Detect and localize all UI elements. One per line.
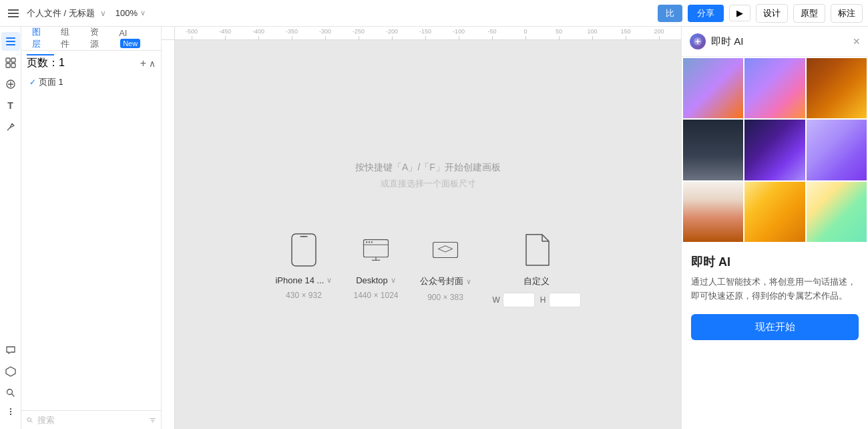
- ai-panel: 即时 AI × 即时 AI 通过人工智能技术，将创意用一句话描述，即可快速还原，…: [681, 27, 868, 429]
- iphone-label-text: iPhone 14 ...: [275, 275, 324, 285]
- iphone-icon: [287, 230, 320, 270]
- sidebar-item-layers[interactable]: [1, 32, 20, 51]
- ai-image-2[interactable]: [807, 58, 867, 118]
- pages-actions: + ∧: [140, 57, 156, 69]
- filter-icon[interactable]: [150, 416, 156, 425]
- wechat-label: 公众号封面 ∨: [420, 275, 471, 287]
- desktop-icon: [359, 230, 393, 270]
- ai-info-desc: 通过人工智能技术，将创意用一句话描述，即可快速还原，得到你的专属艺术作品。: [691, 275, 859, 303]
- desktop-label-text: Desktop: [356, 275, 388, 285]
- page-name: 页面 1: [39, 76, 63, 88]
- iphone-size: 430 × 932: [286, 291, 322, 300]
- iphone-label: iPhone 14 ... ∨: [275, 275, 332, 285]
- svg-point-11: [9, 411, 11, 412]
- svg-rect-6: [11, 63, 15, 67]
- desktop-arrow[interactable]: ∨: [391, 276, 396, 285]
- ai-image-4[interactable]: [744, 120, 805, 180]
- svg-rect-2: [6, 44, 15, 45]
- custom-label: 自定义: [523, 275, 550, 287]
- left-panel: 图层 组件 资源 AI New 页数：1 + ∧ ✓ 页面 1: [21, 27, 162, 429]
- collapse-pages-button[interactable]: ∧: [149, 58, 156, 69]
- custom-width-input[interactable]: [503, 293, 535, 307]
- svg-point-20: [366, 241, 367, 243]
- ai-image-8[interactable]: [807, 182, 867, 242]
- ai-panel-header: 即时 AI ×: [682, 27, 868, 57]
- sidebar-item-text[interactable]: T: [1, 96, 20, 115]
- canvas-area[interactable]: // Will be rendered via template 按快捷键「A」…: [162, 27, 681, 429]
- search-input[interactable]: [37, 415, 150, 425]
- topbar-left: 个人文件 / 无标题 ∨ 100% ∨: [5, 5, 652, 21]
- svg-point-12: [9, 414, 11, 415]
- svg-rect-4: [11, 58, 15, 62]
- topbar-right: 比 分享 ▶ 设计 原型 标注: [658, 4, 863, 23]
- wechat-size: 900 × 383: [427, 293, 463, 302]
- search-icon: [27, 416, 33, 425]
- svg-rect-14: [150, 418, 155, 419]
- pages-label: 页数：1: [27, 56, 65, 70]
- design-button[interactable]: 设计: [756, 4, 788, 23]
- sidebar: T: [0, 27, 21, 429]
- iphone-arrow[interactable]: ∨: [327, 276, 332, 285]
- share-button[interactable]: 分享: [688, 5, 724, 22]
- template-iphone[interactable]: iPhone 14 ... ∨ 430 × 932: [275, 230, 332, 300]
- sidebar-item-components[interactable]: [1, 53, 20, 72]
- canvas-content: 按快捷键「A」/「F」开始创建画板 或直接选择一个面板尺寸 iPhone 14 …: [175, 40, 681, 429]
- svg-rect-17: [292, 234, 316, 266]
- svg-rect-3: [6, 58, 10, 62]
- svg-point-18: [303, 236, 304, 237]
- play-button[interactable]: ▶: [729, 5, 750, 21]
- ai-info-title: 即时 AI: [691, 254, 859, 270]
- svg-point-9: [7, 390, 12, 395]
- hint-main: 按快捷键「A」/「F」开始创建画板: [355, 162, 501, 174]
- custom-icon: [520, 230, 554, 270]
- add-page-button[interactable]: +: [140, 57, 146, 69]
- sidebar-item-assets[interactable]: [1, 75, 20, 94]
- desktop-label: Desktop ∨: [356, 275, 396, 285]
- wechat-arrow[interactable]: ∨: [466, 277, 471, 286]
- svg-point-13: [27, 418, 31, 421]
- hint-sub: 或直接选择一个面板尺寸: [355, 178, 501, 190]
- page-item-1[interactable]: ✓ 页面 1: [27, 74, 156, 90]
- compare-button[interactable]: 比: [658, 5, 682, 22]
- breadcrumb[interactable]: 个人文件 / 无标题: [27, 7, 95, 19]
- zoom-arrow: ∨: [140, 9, 146, 17]
- ai-image-5[interactable]: [807, 120, 867, 180]
- svg-rect-15: [151, 420, 154, 420]
- svg-marker-8: [6, 367, 15, 376]
- pages-header: 页数：1 + ∧: [27, 56, 156, 70]
- ai-image-1[interactable]: [744, 58, 805, 118]
- ai-image-3[interactable]: [683, 120, 743, 180]
- sidebar-item-more[interactable]: [1, 405, 20, 424]
- custom-h: H: [540, 293, 581, 307]
- svg-point-10: [9, 408, 11, 410]
- svg-rect-0: [6, 37, 15, 39]
- template-desktop[interactable]: Desktop ∨ 1440 × 1024: [353, 230, 398, 300]
- ai-image-0[interactable]: [683, 58, 743, 118]
- tab-ai[interactable]: AI New: [114, 27, 156, 53]
- sidebar-item-search[interactable]: [1, 384, 20, 402]
- svg-rect-5: [6, 63, 10, 67]
- zoom-control[interactable]: 100% ∨: [112, 6, 150, 20]
- sidebar-item-pen[interactable]: [1, 118, 20, 136]
- wechat-label-text: 公众号封面: [420, 275, 463, 287]
- prototype-button[interactable]: 原型: [793, 4, 825, 23]
- desktop-size: 1440 × 1024: [353, 291, 398, 300]
- ai-logo: [690, 33, 706, 49]
- template-wechat[interactable]: 公众号封面 ∨ 900 × 383: [420, 230, 471, 302]
- ai-image-7[interactable]: [744, 182, 805, 242]
- notes-button[interactable]: 标注: [831, 4, 863, 23]
- page-check: ✓: [29, 78, 36, 87]
- svg-rect-26: [433, 242, 458, 257]
- topbar: 个人文件 / 无标题 ∨ 100% ∨ 比 分享 ▶ 设计 原型 标注: [0, 0, 868, 27]
- ai-close-button[interactable]: ×: [853, 35, 860, 47]
- sidebar-item-comment[interactable]: [1, 341, 20, 360]
- ruler-corner: [162, 27, 175, 40]
- custom-height-input[interactable]: [549, 293, 581, 307]
- ruler-horizontal: // Will be rendered via template: [175, 27, 681, 40]
- sidebar-item-plugins[interactable]: [1, 362, 20, 381]
- breadcrumb-arrow[interactable]: ∨: [100, 9, 106, 18]
- ai-start-button[interactable]: 现在开始: [691, 314, 859, 340]
- ai-image-6[interactable]: [683, 182, 743, 242]
- menu-icon[interactable]: [5, 5, 21, 21]
- template-custom[interactable]: 自定义 W H: [493, 230, 581, 307]
